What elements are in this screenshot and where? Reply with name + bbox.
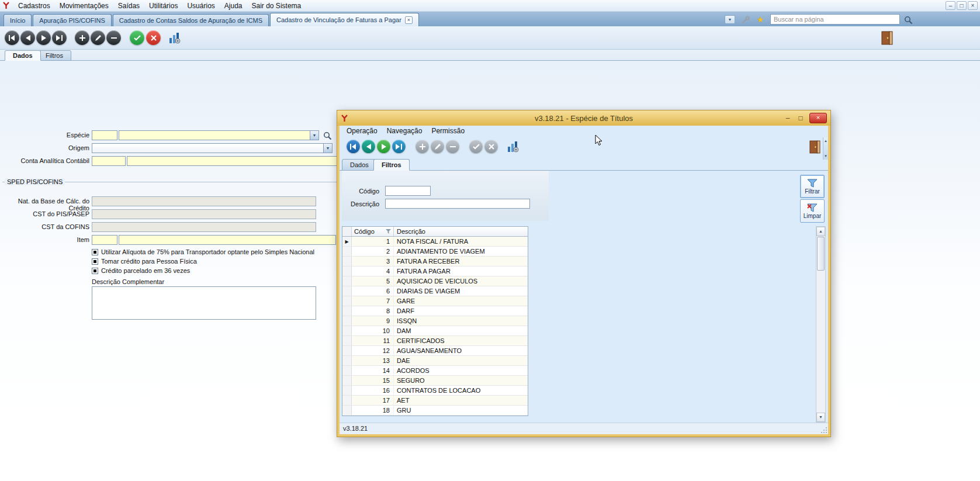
scrollbar-thumb[interactable] <box>817 237 825 271</box>
nav-last-button[interactable] <box>392 140 406 153</box>
table-row[interactable]: 2ADIANTAMENTO DE VIAGEM <box>342 247 528 257</box>
menu-operacao[interactable]: Operação <box>342 126 382 137</box>
grid-header-codigo[interactable]: Código <box>352 227 394 236</box>
nav-next-button[interactable] <box>377 140 390 153</box>
tab-close-icon[interactable]: × <box>405 16 413 24</box>
search-icon[interactable] <box>903 15 913 25</box>
tab-apuracao-pis-cofins[interactable]: Apuração PIS/COFINS <box>33 14 112 26</box>
tab-filtros[interactable]: Filtros <box>373 159 410 171</box>
table-row[interactable]: 13DAE <box>342 356 528 366</box>
vertical-scrollbar[interactable]: ▲ ▼ <box>816 226 826 423</box>
tab-dados[interactable]: Dados <box>5 50 41 61</box>
menu-saidas[interactable]: Saídas <box>113 0 144 12</box>
column-filter-icon[interactable] <box>386 229 391 234</box>
tab-inicio[interactable]: Início <box>4 14 32 26</box>
table-row[interactable]: 4FATURA A PAGAR <box>342 267 528 276</box>
scroll-down-icon[interactable]: ▼ <box>824 154 827 158</box>
table-row[interactable]: 3FATURA A RECEBER <box>342 257 528 267</box>
checkbox-credito-parcelado[interactable] <box>92 268 98 274</box>
filtrar-button[interactable]: Filtrar <box>800 175 825 198</box>
table-row[interactable]: 11CERTIFICADOS <box>342 336 528 346</box>
tab-cadastro-vinculacao-faturas[interactable]: Cadastro de Vinculação de Faturas a Paga… <box>270 13 419 26</box>
descricao-complementar-textarea[interactable] <box>92 286 316 320</box>
table-row[interactable]: ▶1NOTA FISCAL / FATURA <box>342 237 528 247</box>
window-minimize-button[interactable]: – <box>946 1 955 10</box>
delete-record-button[interactable] <box>446 140 459 153</box>
edit-record-button[interactable] <box>431 140 444 153</box>
modal-close-button[interactable]: × <box>809 113 827 123</box>
nav-previous-button[interactable] <box>20 30 35 45</box>
table-row[interactable]: 18GRU <box>342 406 528 416</box>
tab-cadastro-contas-saldos-icms[interactable]: Cadastro de Contas Saldos de Apuração de… <box>113 14 269 26</box>
nav-first-button[interactable] <box>347 140 360 153</box>
origem-combo[interactable]: ▼ <box>92 143 333 153</box>
tools-wrench-icon[interactable] <box>740 15 750 25</box>
search-input[interactable] <box>770 14 900 25</box>
exit-door-button[interactable] <box>880 30 894 46</box>
menu-cadastros[interactable]: Cadastros <box>13 0 55 12</box>
edit-record-button[interactable] <box>91 30 105 45</box>
chevron-down-icon[interactable]: ▼ <box>323 144 332 153</box>
item-desc-input[interactable] <box>119 235 336 245</box>
especie-code-input[interactable] <box>92 130 117 140</box>
delete-record-button[interactable] <box>106 30 121 45</box>
window-close-button[interactable]: × <box>968 1 978 10</box>
checkbox-aliquota-75[interactable] <box>92 249 98 255</box>
modal-titlebar[interactable]: v3.18.21 - Espécie de Títulos – □ × <box>337 110 830 126</box>
tab-dados[interactable]: Dados <box>342 159 377 171</box>
menu-navegacao[interactable]: Navegação <box>382 126 427 137</box>
nav-previous-button[interactable] <box>362 140 375 153</box>
window-maximize-button[interactable]: □ <box>957 1 967 10</box>
item-code-input[interactable] <box>92 235 117 245</box>
add-record-button[interactable] <box>75 30 89 45</box>
menu-usuarios[interactable]: Usuários <box>182 0 219 12</box>
chevron-down-icon[interactable]: ▼ <box>310 131 318 140</box>
modal-maximize-button[interactable]: □ <box>797 114 805 122</box>
report-chart-button[interactable] <box>168 32 181 44</box>
codigo-filter-input[interactable] <box>385 186 431 196</box>
cancel-button[interactable] <box>146 30 161 45</box>
table-row[interactable]: 6DIARIAS DE VIAGEM <box>342 286 528 296</box>
table-row[interactable]: 12AGUA/SANEAMENTO <box>342 346 528 356</box>
limpar-button[interactable]: Limpar <box>800 199 825 223</box>
exit-door-button[interactable] <box>808 139 821 154</box>
especie-combo[interactable]: ▼ <box>119 130 319 140</box>
nav-next-button[interactable] <box>36 30 51 45</box>
report-chart-button[interactable] <box>507 140 520 153</box>
table-row[interactable]: 9ISSQN <box>342 316 528 326</box>
add-record-button[interactable] <box>415 140 429 153</box>
grid-header-descricao[interactable]: Descrição <box>394 227 528 236</box>
menu-movimentacoes[interactable]: Movimentações <box>55 0 113 12</box>
scroll-down-icon[interactable]: ▼ <box>816 413 825 422</box>
nav-first-button[interactable] <box>5 30 19 45</box>
toolbar-overflow-scroller[interactable]: ▲ ▼ <box>823 137 828 160</box>
confirm-button[interactable] <box>130 30 144 45</box>
nav-last-button[interactable] <box>52 30 67 45</box>
scroll-up-icon[interactable]: ▲ <box>816 227 825 236</box>
scroll-up-icon[interactable]: ▲ <box>824 139 827 143</box>
menu-sair-do-sistema[interactable]: Sair do Sistema <box>247 0 306 12</box>
menu-utilitarios[interactable]: Utilitários <box>144 0 182 12</box>
resize-grip[interactable] <box>820 427 827 434</box>
menu-ajuda[interactable]: Ajuda <box>220 0 247 12</box>
especie-lookup-icon[interactable] <box>323 131 332 140</box>
table-row[interactable]: 5AQUISICAO DE VEICULOS <box>342 276 528 286</box>
table-row[interactable]: 16CONTRATOS DE LOCACAO <box>342 386 528 396</box>
table-row[interactable]: 17AET <box>342 396 528 406</box>
checkbox-credito-pessoa-fisica[interactable] <box>92 258 98 265</box>
table-row[interactable]: 7GARE <box>342 296 528 306</box>
table-row[interactable]: 14ACORDOS <box>342 366 528 376</box>
tab-filtros[interactable]: Filtros <box>37 50 71 61</box>
table-row[interactable]: 8DARF <box>342 306 528 316</box>
table-row[interactable]: 10DAM <box>342 326 528 336</box>
confirm-button[interactable] <box>469 140 483 153</box>
menu-permissao[interactable]: Permissão <box>427 126 469 137</box>
descricao-filter-input[interactable] <box>385 199 530 209</box>
cancel-button[interactable] <box>484 140 498 153</box>
favorites-star-icon[interactable]: ★ <box>755 14 766 25</box>
tab-list-dropdown-button[interactable]: ▼ <box>725 15 735 24</box>
table-row[interactable]: 15SEGURO <box>342 376 528 386</box>
modal-minimize-button[interactable]: – <box>784 114 792 122</box>
conta-code-input[interactable] <box>92 156 126 166</box>
cell-descricao: FATURA A RECEBER <box>394 257 528 266</box>
